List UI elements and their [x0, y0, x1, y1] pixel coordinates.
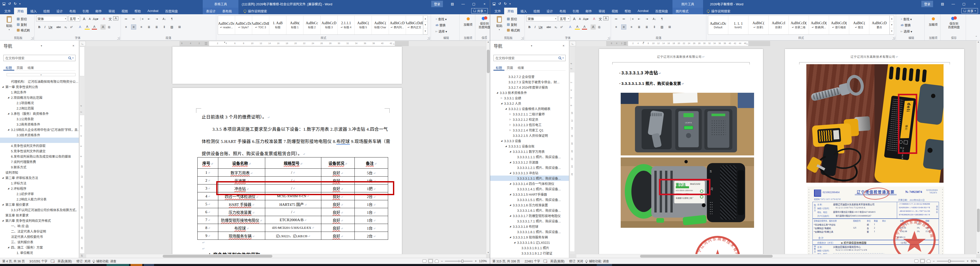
style-cell[interactable]: AaBbCcD(↵ 普通(网... [809, 16, 829, 35]
style-more-icon[interactable]: ⊽ [890, 28, 894, 35]
ribbon-tab-1[interactable]: 开始 [504, 8, 517, 14]
format-painter-button[interactable]: 格式刷 [507, 28, 520, 32]
nav-heading-item[interactable]: 7.谈判代理服务费 [0, 159, 79, 164]
document-page-1[interactable]: 辽宁辽河兴东高新技术有限公司↵ ▪3.3.3.3.1.3 冲击钻↵ ▪3.3.3… [599, 49, 763, 258]
table-header-cell[interactable]: 序号↵ [197, 157, 218, 169]
horizontal-ruler[interactable]: 2462468101214161820222426283032343638404… [576, 41, 766, 46]
distribute-button[interactable]: ≣ [154, 24, 159, 30]
ribbon-tab-6[interactable]: 引用 [569, 8, 582, 14]
nav-heading-item[interactable]: ▷3.3.3.2.1.4 司索工 Q1 [490, 127, 569, 133]
table-cell[interactable]: 辽LX0221、辽LKB139↵ [265, 232, 321, 240]
sign-in-button[interactable]: 登录 [431, 1, 443, 7]
windows-taskbar[interactable] [0, 264, 980, 266]
photo-deli-label-closeup[interactable]: DL-DZ13-W1 电钻 deli 得力 [874, 64, 943, 183]
doc-paragraph-line[interactable]: 体检测仪 5.HART 手操器 6.压力校准装置 7.防爆型钳形接地电阻仪 8.… [202, 138, 390, 144]
style-more-icon[interactable]: ⊽ [423, 28, 427, 35]
nav-heading-item[interactable]: ◢第三章 报价要求 [0, 202, 79, 207]
decrease-indent-button[interactable]: ⇤ [636, 16, 641, 21]
table-cell[interactable]: ETCR2000A/B↵ [265, 216, 321, 224]
nav-heading-item[interactable]: ◢3.2.5响应人企业名称中包含“辽河油田”字样，且... [0, 127, 79, 132]
document-page-previous[interactable] [172, 47, 402, 84]
photo-impact-drill-closeup[interactable]: 雷尔法 Mod:2102 n0:0-550/0-1650r/min 3/8"(1… [621, 157, 754, 228]
paste-dropdown-icon[interactable]: ▾ [499, 28, 500, 31]
nav-heading-item[interactable] [490, 256, 569, 258]
nav-heading-item[interactable]: 法定代表人授权委托书 [0, 234, 79, 239]
qat-customize-icon[interactable]: ▾ [19, 0, 21, 8]
table-cell[interactable]: 现场服务车辆↵ [218, 232, 265, 240]
find-button[interactable]: ○查找 ▾ [901, 17, 912, 21]
table-cell[interactable]: 布控球↵ [218, 224, 265, 232]
highlight-button[interactable]: A [85, 24, 90, 30]
change-case-button[interactable]: Aa▾ [583, 16, 589, 21]
style-cell[interactable]: AaBbCcDdE↵ 表内正文 [406, 16, 423, 35]
shrink-font-button[interactable]: A [87, 16, 92, 21]
table-cell[interactable]: 数字万用表↵ [218, 169, 265, 177]
nav-heading-item[interactable]: ◢3.3.3.3 设备 [490, 138, 569, 143]
style-cell[interactable]: AaBbC(标题 Char [372, 16, 389, 35]
table-cell[interactable]: HART475 国产↵ [265, 200, 321, 208]
table-cell[interactable]: 压力校准装置↵ [218, 208, 265, 216]
scroll-up-icon[interactable]: ▲ [486, 41, 490, 43]
word-count[interactable]: 22481 个字 [522, 259, 542, 263]
vertical-scrollbar[interactable]: ▲ ▼ [486, 41, 490, 254]
select-button[interactable]: ▻选择 ▾ [436, 29, 447, 33]
font-name-combo[interactable]: 宋体▾ [36, 16, 67, 21]
table-cell[interactable]: 6↵ [197, 208, 218, 216]
nav-heading-item[interactable]: ◢四、施工（服务）方案 [0, 245, 79, 250]
tracked-term[interactable]: 布控球 [336, 139, 350, 145]
nav-heading-item[interactable]: 谈判须知 [0, 170, 79, 175]
numbering-button[interactable]: ≕ [621, 16, 626, 21]
nav-heading-item[interactable]: 4.竞争性谈判文件的获取 [0, 143, 79, 148]
style-cell[interactable]: AaBbC(标题 5 [355, 16, 372, 35]
bold-button[interactable]: B [527, 24, 532, 30]
photo-yellow-drill[interactable] [807, 64, 874, 183]
style-cell[interactable]: AaBbCcD(↵ 目录二级 [789, 16, 809, 35]
collapse-icon[interactable]: ◢ [509, 161, 513, 163]
table-cell[interactable]: 1台↵ [355, 200, 388, 208]
collapse-icon[interactable]: ◢ [8, 128, 11, 131]
doc-paragraph-line[interactable]: 止日前连续 3 个月的缴费证明）。 [202, 115, 267, 119]
invoice-photo[interactable]: 021002200404 校验码 71072 11671 31750 82745… [807, 187, 944, 258]
style-cell[interactable]: AaBbC(↵ 题注 [849, 16, 869, 35]
context-tab[interactable]: 表布局 [219, 8, 235, 14]
ribbon-tab-9[interactable]: 视图 [118, 8, 131, 14]
print-layout-icon[interactable] [429, 260, 433, 263]
nav-heading-item[interactable]: 三、谈判报价表 [0, 239, 79, 245]
nav-heading-item[interactable]: ◢3.3.3.3.1.2 示波器 [490, 160, 569, 165]
nav-heading-item[interactable]: 2.1项目概况 [0, 100, 79, 106]
nav-heading-item[interactable]: 3.3.3.3.1.2.1 照片、购买设备... [490, 165, 569, 170]
word-count[interactable]: 3/10291 个字 [27, 259, 50, 263]
nav-heading-item[interactable]: ◢3.3.3.3.1.9 现场服务车辆 [490, 234, 569, 240]
underline-button[interactable]: U▾ [48, 24, 53, 30]
table-cell[interactable]: /↵ [265, 208, 321, 216]
collapse-icon[interactable]: ◢ [2, 86, 5, 88]
font-size-dropdown-icon[interactable]: ▾ [78, 17, 79, 20]
collapse-icon[interactable]: ◢ [8, 96, 11, 98]
page-indicator[interactable]: 第 315 页, 共 336 页 [490, 259, 522, 263]
search-icon[interactable] [68, 56, 72, 60]
grow-font-button[interactable]: A [81, 16, 87, 21]
sort-button[interactable]: A↓ [162, 16, 167, 21]
ribbon-tab-7[interactable]: 邮件 [582, 8, 595, 14]
share-button[interactable]: 共享▾ [961, 8, 978, 14]
phonetic-guide-button[interactable]: 文 [108, 16, 113, 21]
style-cell[interactable]: AaBbCcDc↵ reader... [218, 16, 235, 35]
read-mode-icon[interactable] [423, 260, 426, 263]
ribbon-tab-2[interactable]: 插入 [27, 8, 40, 14]
nav-heading-item[interactable]: ◢3.承包（服务）商资格条件 [0, 111, 79, 116]
style-cell[interactable]: AaBbCcDdE↵ TOC 3 [252, 16, 269, 35]
shrink-font-button[interactable]: A [578, 16, 582, 21]
vertical-ruler[interactable]: 422468101214161820222426 [570, 47, 575, 254]
nav-heading-item[interactable]: ▷3.3.3.1 业绩 [490, 95, 569, 101]
clear-format-button[interactable]: A [592, 16, 597, 21]
collapse-icon[interactable]: ◢ [509, 182, 513, 185]
zoom-slider-thumb[interactable] [461, 260, 463, 263]
table-cell[interactable]: 5台↵ [355, 169, 388, 177]
titlebar[interactable]: ↺ ↻ ▾ 图片工具 2026电子衡维修 - Word 登录 ▤ — ▢ × [490, 0, 980, 8]
show-marks-button[interactable]: ¶ [659, 16, 665, 21]
photo-impact-drill-kit[interactable]: LEAFA [621, 93, 754, 155]
collapse-icon[interactable]: ◢ [509, 193, 513, 195]
numbering-button[interactable]: ≕ [131, 16, 136, 21]
nav-heading-item[interactable]: 6.发布谈判采购公告及成交结果公告的媒体 [0, 154, 79, 159]
replace-button[interactable]: ab替换 [436, 23, 445, 27]
